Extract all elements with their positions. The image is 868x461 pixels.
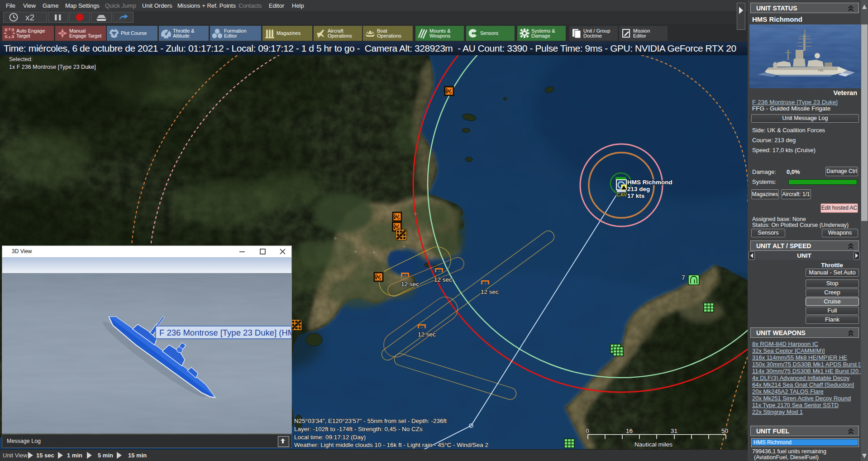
svg-text:1x F 236 Montrose [Type 23 Duk: 1x F 236 Montrose [Type 23 Duke] [9,64,96,70]
svg-text:50: 50 [721,427,728,434]
svg-text:213 deg: 213 deg [627,186,650,192]
svg-text:Weather: Light middle clouds 1: Weather: Light middle clouds 10 - 16k ft… [294,442,488,448]
svg-text:7: 7 [682,274,685,281]
svg-text:16: 16 [626,427,633,434]
svg-text:0: 0 [586,427,589,434]
svg-text:12 sec: 12 sec [434,276,452,283]
svg-text:x2: x2 [25,13,34,22]
svg-text:12 sec: 12 sec [401,281,419,288]
svg-text:F 236 Montrose [Type 23 Duke]: F 236 Montrose [Type 23 Duke] (HMS [159,328,291,337]
svg-text:CAV: CAV [616,192,627,197]
svg-text:Nautical miles: Nautical miles [634,441,672,448]
svg-text:17 kts: 17 kts [627,192,644,199]
svg-text:12 sec: 12 sec [418,331,436,338]
svg-text:12 sec: 12 sec [481,288,499,295]
svg-text:Local time: 09:17:12 (Day): Local time: 09:17:12 (Day) [294,434,366,441]
svg-text:Layer: -102ft to -174ft - Stre: Layer: -102ft to -174ft - Strength: 0,45… [294,426,423,432]
svg-text:F83: F83 [818,69,824,72]
svg-text:Selected:: Selected: [9,56,33,62]
svg-text:HMS Richmond: HMS Richmond [627,179,672,186]
svg-text:N25°03'34", E120°23'57" - 55nm: N25°03'34", E120°23'57" - 55nm from sel … [294,418,447,424]
svg-text:31: 31 [671,427,677,434]
